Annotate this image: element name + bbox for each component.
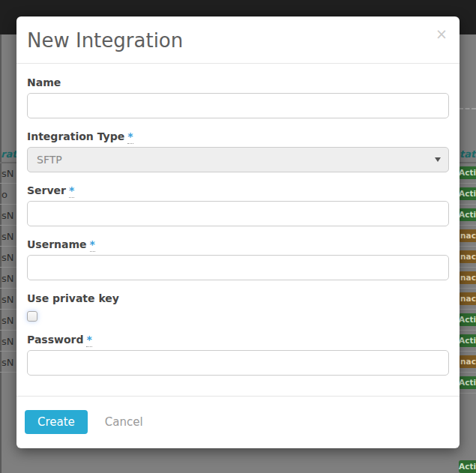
- background-row-divider: [0, 204, 16, 205]
- background-status-badge: Activ: [459, 166, 476, 179]
- required-asterisk: *: [69, 184, 74, 198]
- background-status-badge: nact: [459, 229, 476, 242]
- required-asterisk: *: [86, 334, 91, 347]
- required-asterisk: *: [127, 130, 133, 144]
- create-button[interactable]: Create: [25, 410, 88, 434]
- username-field-group: Username*: [27, 238, 449, 280]
- background-status-badge: nact: [459, 250, 476, 263]
- password-input[interactable]: [27, 350, 449, 376]
- background-row-divider: [0, 183, 16, 184]
- background-row-text-fragment: sN: [1, 357, 17, 368]
- server-label-text: Server: [27, 184, 66, 196]
- password-field-group: Password*: [27, 334, 449, 376]
- background-row-divider: [460, 309, 476, 310]
- background-row-divider: [0, 372, 16, 373]
- background-row-text-fragment: sN: [1, 168, 17, 179]
- background-row-text-fragment: sN: [1, 210, 17, 221]
- background-row-text-fragment: o: [1, 189, 17, 200]
- server-field-group: Server*: [27, 184, 449, 226]
- name-field-group: Name: [27, 76, 449, 118]
- background-row-text-fragment: sN: [1, 231, 17, 242]
- use-private-key-field-group: Use private key: [27, 292, 449, 322]
- background-row-divider: [460, 225, 476, 226]
- cancel-button[interactable]: Cancel: [105, 415, 143, 429]
- integration-type-field-group: Integration Type* SFTP: [27, 130, 449, 172]
- background-row-divider: [460, 330, 476, 331]
- modal-footer: Create Cancel: [16, 396, 460, 448]
- background-row-divider: [0, 267, 16, 268]
- use-private-key-label-text: Use private key: [27, 292, 119, 304]
- background-row-divider: [460, 267, 476, 268]
- background-row-divider: [460, 183, 476, 184]
- background-row-divider: [460, 372, 476, 373]
- background-column-header-status: tatu: [460, 148, 476, 160]
- integration-type-label-text: Integration Type: [27, 130, 124, 142]
- background-row-divider: [460, 393, 476, 394]
- background-status-badge: Activ: [459, 460, 476, 473]
- background-row-text-fragment: sN: [1, 294, 17, 305]
- background-row-divider: [460, 246, 476, 247]
- background-status-badge: Activ: [459, 313, 476, 326]
- modal-title: New Integration: [27, 29, 448, 52]
- background-row-text-fragment: sN: [1, 315, 17, 326]
- background-status-badge: nact: [459, 271, 476, 284]
- background-row-divider: [0, 225, 16, 226]
- background-dashed-line: [459, 108, 476, 109]
- background-row-divider: [0, 309, 16, 310]
- background-row-text-fragment: sN: [1, 252, 17, 263]
- username-label: Username*: [27, 238, 449, 250]
- integration-type-label: Integration Type*: [27, 130, 449, 142]
- background-row-divider: [0, 246, 16, 247]
- background-header-rule: [0, 162, 16, 163]
- background-status-badge: Activ: [459, 376, 476, 389]
- background-row-divider: [0, 330, 16, 331]
- password-label: Password*: [27, 334, 449, 346]
- use-private-key-checkbox[interactable]: [27, 311, 37, 322]
- server-label: Server*: [27, 184, 449, 196]
- background-status-badge: Activ: [459, 187, 476, 200]
- name-label: Name: [27, 76, 449, 88]
- integration-type-selected-value: SFTP: [37, 154, 62, 166]
- modal-body: Name Integration Type* SFTP Server* User…: [16, 64, 460, 396]
- background-status-badge: Activ: [459, 334, 476, 347]
- username-input[interactable]: [27, 255, 449, 280]
- background-status-badge: nact: [459, 355, 476, 368]
- username-label-text: Username: [27, 238, 87, 250]
- name-label-text: Name: [27, 76, 61, 88]
- server-input[interactable]: [27, 201, 449, 226]
- background-row-divider: [460, 351, 476, 352]
- background-header-rule: [460, 162, 476, 163]
- use-private-key-label: Use private key: [27, 292, 449, 304]
- background-column-header-integration: rat: [1, 148, 16, 160]
- background-status-badge: nact: [459, 292, 476, 305]
- modal-header: New Integration ×: [16, 16, 460, 64]
- background-row-divider: [0, 288, 16, 289]
- name-input[interactable]: [27, 93, 449, 118]
- chevron-down-icon: [435, 157, 441, 162]
- integration-type-select[interactable]: SFTP: [27, 147, 449, 172]
- background-row-text-fragment: sN: [1, 336, 17, 347]
- background-row-divider: [460, 204, 476, 205]
- background-row-text-fragment: sN: [1, 273, 17, 284]
- required-asterisk: *: [90, 238, 95, 252]
- background-status-badge: Activ: [459, 208, 476, 221]
- background-row-divider: [460, 288, 476, 289]
- background-row-divider: [0, 351, 16, 352]
- password-label-text: Password: [27, 334, 83, 346]
- new-integration-modal: New Integration × Name Integration Type*…: [16, 16, 460, 448]
- close-icon[interactable]: ×: [436, 27, 448, 41]
